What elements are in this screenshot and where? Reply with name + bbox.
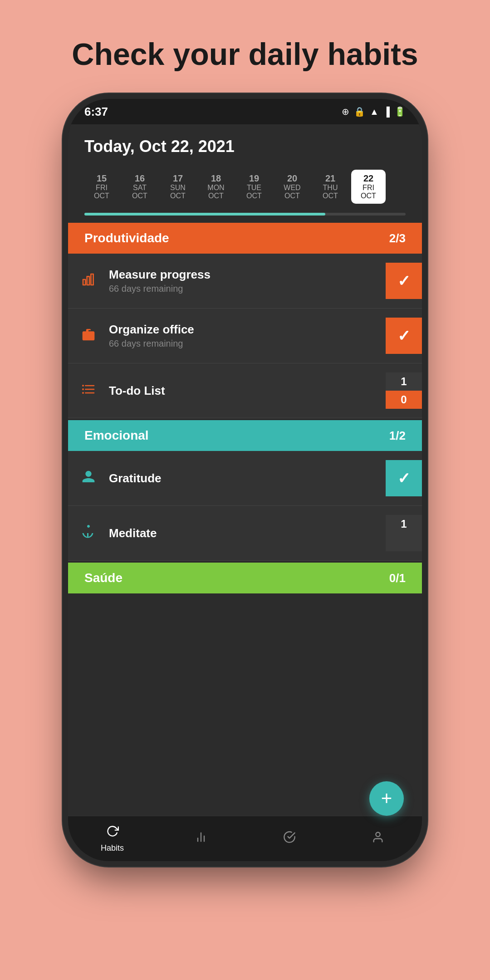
category-title-saude: Saúde bbox=[84, 571, 122, 585]
category-header-emocional[interactable]: Emocional 1/2 bbox=[68, 420, 422, 451]
nav-habits-label: Habits bbox=[101, 843, 124, 853]
date-num-21: 21 bbox=[325, 173, 335, 184]
date-month-22: OCT bbox=[361, 192, 376, 200]
category-header-saude[interactable]: Saúde 0/1 bbox=[68, 563, 422, 593]
nav-check[interactable] bbox=[245, 831, 333, 847]
world-icon: ⊕ bbox=[342, 106, 349, 117]
habit-meditate[interactable]: Meditate 1 bbox=[68, 506, 422, 561]
date-month-17: OCT bbox=[170, 192, 186, 200]
habit-check-gratitude[interactable]: ✓ bbox=[386, 460, 422, 496]
date-num-15: 15 bbox=[97, 173, 107, 184]
date-month-15: OCT bbox=[94, 192, 109, 200]
date-num-17: 17 bbox=[173, 173, 183, 184]
date-num-22: 22 bbox=[363, 173, 373, 184]
habit-info-measure: Measure progress 66 days remaining bbox=[109, 268, 386, 294]
chart-icon bbox=[81, 272, 96, 290]
date-day-20: WED bbox=[284, 184, 300, 192]
date-item-16[interactable]: 16 SAT OCT bbox=[122, 170, 157, 204]
habit-check-office[interactable]: ✓ bbox=[386, 318, 422, 354]
header: Today, Oct 22, 2021 bbox=[68, 124, 422, 163]
lock-icon: 🔒 bbox=[354, 106, 365, 117]
date-strip: 15 FRI OCT 16 SAT OCT 17 SUN OCT 18 MON … bbox=[68, 163, 422, 210]
date-item-17[interactable]: 17 SUN OCT bbox=[161, 170, 195, 204]
habit-name-todo: To-do List bbox=[109, 384, 381, 398]
list-icon bbox=[81, 382, 96, 400]
nav-profile[interactable] bbox=[333, 831, 422, 847]
todo-counter-top: 1 bbox=[386, 372, 422, 391]
bar-chart-icon bbox=[195, 831, 207, 847]
signal-icon: ▐ bbox=[383, 107, 390, 117]
page-title: Check your daily habits bbox=[44, 36, 445, 72]
date-day-15: FRI bbox=[96, 184, 108, 192]
meditate-counter[interactable]: 1 bbox=[386, 515, 422, 551]
person-icon bbox=[81, 470, 96, 487]
habit-info-gratitude: Gratitude bbox=[109, 471, 386, 485]
status-icons: ⊕ 🔒 ▲ ▐ 🔋 bbox=[342, 106, 406, 117]
date-day-21: THU bbox=[323, 184, 338, 192]
meditate-counter-top: 1 bbox=[386, 515, 422, 533]
briefcase-icon bbox=[81, 327, 96, 345]
date-item-22[interactable]: 22 FRI OCT bbox=[351, 170, 386, 204]
svg-point-12 bbox=[376, 833, 380, 837]
nav-stats[interactable] bbox=[157, 831, 245, 847]
bottom-nav: Habits bbox=[68, 816, 422, 861]
habits-content[interactable]: Produtividade 2/3 Measure progress bbox=[68, 223, 422, 855]
date-day-16: SAT bbox=[133, 184, 147, 192]
habit-icon-area-meditate bbox=[68, 524, 109, 543]
plus-icon: + bbox=[381, 789, 392, 808]
checkmark-icon-measure: ✓ bbox=[397, 272, 410, 290]
date-item-20[interactable]: 20 WED OCT bbox=[275, 170, 309, 204]
date-num-18: 18 bbox=[211, 173, 221, 184]
habit-name-meditate: Meditate bbox=[109, 526, 381, 540]
date-month-16: OCT bbox=[132, 192, 147, 200]
category-emocional: Emocional 1/2 Gratitude bbox=[68, 420, 422, 561]
date-item-19[interactable]: 19 TUE OCT bbox=[237, 170, 271, 204]
category-title-emocional: Emocional bbox=[84, 428, 149, 443]
person-nav-icon bbox=[372, 831, 384, 847]
habit-measure-progress[interactable]: Measure progress 66 days remaining ✓ bbox=[68, 254, 422, 309]
habit-organize-office[interactable]: Organize office 66 days remaining ✓ bbox=[68, 309, 422, 363]
svg-rect-0 bbox=[83, 279, 85, 285]
date-item-18[interactable]: 18 MON OCT bbox=[199, 170, 233, 204]
habit-icon-area-todo bbox=[68, 382, 109, 400]
svg-rect-2 bbox=[91, 274, 93, 285]
notch bbox=[195, 99, 295, 118]
habit-icon-area-office bbox=[68, 327, 109, 345]
category-count-emocional: 1/2 bbox=[389, 429, 406, 443]
date-item-21[interactable]: 21 THU OCT bbox=[313, 170, 348, 204]
todo-counter[interactable]: 1 0 bbox=[386, 372, 422, 409]
date-day-17: SUN bbox=[170, 184, 186, 192]
date-item-15[interactable]: 15 FRI OCT bbox=[84, 170, 119, 204]
status-time: 6:37 bbox=[84, 105, 108, 119]
habit-info-todo: To-do List bbox=[109, 384, 386, 398]
habit-name-measure: Measure progress bbox=[109, 268, 381, 282]
habit-icon-area-measure bbox=[68, 272, 109, 290]
category-produtividade: Produtividade 2/3 Measure progress bbox=[68, 223, 422, 418]
progress-bar-track bbox=[84, 213, 406, 216]
habit-todo-list[interactable]: To-do List 1 0 bbox=[68, 363, 422, 418]
nav-habits[interactable]: Habits bbox=[68, 825, 157, 853]
category-title-produtividade: Produtividade bbox=[84, 231, 169, 245]
habit-check-measure[interactable]: ✓ bbox=[386, 263, 422, 299]
screen: Today, Oct 22, 2021 15 FRI OCT 16 SAT OC… bbox=[68, 124, 422, 861]
wifi-icon: ▲ bbox=[370, 107, 379, 117]
add-habit-button[interactable]: + bbox=[369, 781, 404, 816]
category-header-produtividade[interactable]: Produtividade 2/3 bbox=[68, 223, 422, 254]
header-date: Today, Oct 22, 2021 bbox=[84, 137, 406, 156]
progress-bar-fill bbox=[84, 213, 325, 216]
habit-info-office: Organize office 66 days remaining bbox=[109, 323, 386, 349]
svg-rect-1 bbox=[87, 276, 89, 285]
meditate-counter-bottom bbox=[386, 533, 422, 551]
habit-gratitude[interactable]: Gratitude ✓ bbox=[68, 451, 422, 506]
habit-info-meditate: Meditate bbox=[109, 526, 386, 540]
progress-bar-container bbox=[68, 210, 422, 223]
habit-name-office: Organize office bbox=[109, 323, 381, 337]
habit-icon-area-gratitude bbox=[68, 470, 109, 487]
date-day-19: TUE bbox=[247, 184, 261, 192]
category-count-produtividade: 2/3 bbox=[389, 231, 406, 245]
date-month-19: OCT bbox=[246, 192, 262, 200]
refresh-icon bbox=[106, 825, 119, 841]
date-num-20: 20 bbox=[287, 173, 297, 184]
date-num-19: 19 bbox=[249, 173, 259, 184]
date-num-16: 16 bbox=[135, 173, 145, 184]
